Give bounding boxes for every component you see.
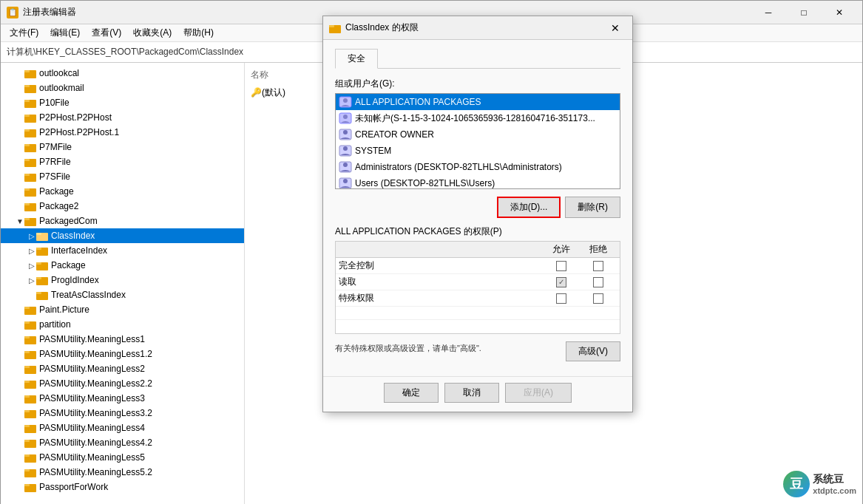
tree-item[interactable]: P7SFile <box>1 169 244 184</box>
tree-item[interactable]: PASMUtility.MeaningLess4 <box>1 420 244 435</box>
perm-spacer <box>336 307 620 320</box>
tree-item[interactable]: partition <box>1 317 244 332</box>
tree-item-label: Paint.Picture <box>39 304 89 315</box>
tree-item[interactable]: PASMUtility.MeaningLess5.2 <box>1 465 244 480</box>
ok-button[interactable]: 确定 <box>384 383 439 403</box>
user-item-all-app-packages[interactable]: ALL APPLICATION PACKAGES <box>336 94 620 110</box>
tree-item[interactable]: PassportForWork <box>1 480 244 494</box>
menu-edit[interactable]: 编辑(E) <box>44 25 86 41</box>
perm-spacer <box>336 320 620 333</box>
dialog-close-button[interactable]: ✕ <box>604 18 626 38</box>
tree-item[interactable]: ▷ InterfaceIndex <box>1 243 244 258</box>
remove-button[interactable]: 删除(R) <box>565 197 620 218</box>
tree-item[interactable]: ▷ Package <box>1 258 244 273</box>
advanced-button[interactable]: 高级(V) <box>566 341 620 361</box>
group-icon <box>339 112 352 124</box>
svg-rect-3 <box>24 85 30 87</box>
tree-item[interactable]: Paint.Picture <box>1 302 244 317</box>
perm-special-allow-checkbox[interactable] <box>556 293 566 304</box>
watermark: 豆 系统豆 xtdptc.com <box>783 471 856 497</box>
apply-button[interactable]: 应用(A) <box>505 383 572 403</box>
svg-rect-41 <box>24 366 30 368</box>
add-button[interactable]: 添加(D)... <box>497 197 561 218</box>
tree-item[interactable]: outlookmail <box>1 81 244 95</box>
user-icon <box>339 177 352 189</box>
menu-help[interactable]: 帮助(H) <box>177 25 220 41</box>
folder-icon <box>24 467 36 477</box>
tree-item-label: PASMUtility.MeaningLess5 <box>39 452 145 463</box>
svg-point-63 <box>343 115 348 119</box>
folder-icon <box>24 334 36 344</box>
tree-item[interactable]: ▷ ProgIdIndex <box>1 273 244 287</box>
tree-item[interactable]: P2PHost.P2PHost.1 <box>1 125 244 140</box>
tree-item-packagedcom[interactable]: ▼ PackagedCom <box>1 214 244 228</box>
maximize-button[interactable]: □ <box>787 1 821 24</box>
tree-item[interactable]: outlookcal <box>1 66 244 81</box>
svg-point-71 <box>343 179 348 183</box>
perm-special-deny-checkbox[interactable] <box>593 293 603 304</box>
perm-row-read: 读取 <box>336 274 620 290</box>
svg-rect-13 <box>24 159 30 161</box>
menu-file[interactable]: 文件(F) <box>4 25 44 41</box>
tree-item[interactable]: PASMUtility.MeaningLess3.2 <box>1 406 244 420</box>
tree-item-label: P10File <box>39 98 70 108</box>
user-item-users[interactable]: Users (DESKTOP-82TLHLS\Users) <box>336 175 620 189</box>
tree-item-label: Package <box>51 260 86 270</box>
menu-favorites[interactable]: 收藏夹(A) <box>127 25 177 41</box>
folder-icon <box>24 171 36 182</box>
svg-rect-29 <box>36 277 41 279</box>
tree-item[interactable]: P7RFile <box>1 154 244 169</box>
tree-item[interactable]: PASMUtility.MeaningLess5 <box>1 450 244 465</box>
tree-item-label: PASMUtility.MeaningLess3 <box>39 393 145 403</box>
tree-item-label: PASMUtility.MeaningLess3.2 <box>39 408 152 418</box>
tree-item[interactable]: PASMUtility.MeaningLess4.2 <box>1 435 244 450</box>
user-item-system[interactable]: SYSTEM <box>336 143 620 159</box>
tree-item-classindex[interactable]: ▷ ClassIndex <box>1 228 244 243</box>
tree-item[interactable]: TreatAsClassIndex <box>1 287 244 302</box>
tree-item[interactable]: PASMUtility.MeaningLess1.2 <box>1 347 244 361</box>
user-icon <box>339 129 352 140</box>
perm-read-allow-checkbox[interactable] <box>556 277 566 287</box>
user-item-unknown[interactable]: 未知帐户(S-1-15-3-1024-1065365936-1281604716… <box>336 110 620 126</box>
tab-security[interactable]: 安全 <box>335 49 378 69</box>
menu-view[interactable]: 查看(V) <box>86 25 127 41</box>
tree-item[interactable]: PASMUtility.MeaningLess2.2 <box>1 376 244 391</box>
permissions-table: 允许 拒绝 完全控制 读取 <box>335 241 620 334</box>
svg-rect-9 <box>24 129 30 132</box>
dialog-body: 安全 组或用户名(G): ALL APPLICATION PACKAGES <box>323 40 632 376</box>
svg-rect-57 <box>24 484 30 486</box>
user-item-creator-owner[interactable]: CREATOR OWNER <box>336 126 620 143</box>
perm-read-deny-checkbox[interactable] <box>593 277 603 287</box>
user-list[interactable]: ALL APPLICATION PACKAGES 未知帐户(S-1-15-3-1… <box>335 93 620 189</box>
main-window: 📋 注册表编辑器 ─ □ ✕ 文件(F) 编辑(E) 查看(V) 收藏夹(A) … <box>0 0 863 504</box>
folder-icon <box>24 201 36 211</box>
perm-name-read: 读取 <box>339 276 543 288</box>
user-item-administrators[interactable]: Administrators (DESKTOP-82TLHLS\Administ… <box>336 159 620 175</box>
svg-rect-39 <box>24 351 30 353</box>
tree-item-label: P2PHost.P2PHost <box>39 112 112 123</box>
tree-item-label: PASMUtility.MeaningLess4.2 <box>39 437 152 448</box>
tree-item[interactable]: PASMUtility.MeaningLess2 <box>1 361 244 376</box>
svg-rect-19 <box>24 203 30 205</box>
user-item-label: Administrators (DESKTOP-82TLHLS\Administ… <box>355 162 562 172</box>
tree-item[interactable]: P7MFile <box>1 140 244 154</box>
perm-col-allow-header: 允许 <box>543 243 580 256</box>
cancel-button[interactable]: 取消 <box>444 383 499 403</box>
perm-col-deny-header: 拒绝 <box>580 243 617 256</box>
folder-icon <box>24 393 36 403</box>
tree-item[interactable]: Package2 <box>1 199 244 214</box>
svg-rect-59 <box>329 25 334 27</box>
folder-icon <box>36 290 48 300</box>
tree-item[interactable]: PASMUtility.MeaningLess1 <box>1 332 244 347</box>
perm-full-deny-checkbox[interactable] <box>593 261 603 271</box>
svg-rect-15 <box>24 174 30 176</box>
tree-item[interactable]: P10File <box>1 95 244 110</box>
perm-full-allow-checkbox[interactable] <box>556 261 566 271</box>
tree-item[interactable]: P2PHost.P2PHost <box>1 110 244 125</box>
close-button[interactable]: ✕ <box>822 1 856 24</box>
tree-panel[interactable]: outlookcal outlookmail P10File P2PHost.P… <box>1 63 245 504</box>
tree-item[interactable]: Package <box>1 184 244 199</box>
permissions-dialog: ClassIndex 的权限 ✕ 安全 组或用户名(G): A <box>322 16 633 412</box>
tree-item[interactable]: PASMUtility.MeaningLess3 <box>1 391 244 406</box>
minimize-button[interactable]: ─ <box>751 1 785 24</box>
